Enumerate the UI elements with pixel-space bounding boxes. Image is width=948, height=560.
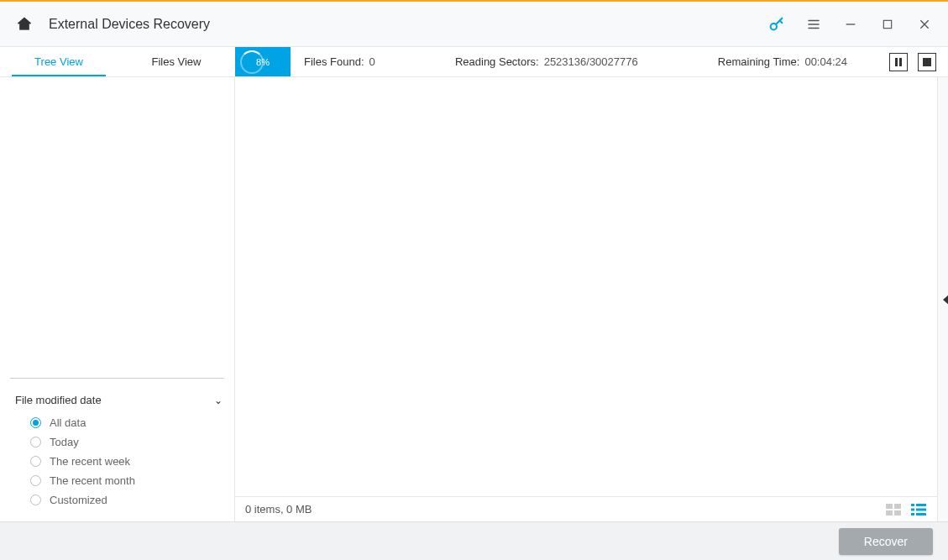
svg-rect-11 — [886, 504, 893, 509]
right-rail — [938, 77, 948, 521]
pause-button[interactable] — [889, 53, 908, 71]
svg-rect-5 — [883, 20, 891, 28]
svg-rect-16 — [916, 504, 926, 506]
radio-icon — [30, 437, 41, 447]
svg-rect-8 — [895, 58, 898, 66]
status-label: Reading Sectors: — [455, 55, 539, 68]
svg-rect-9 — [899, 58, 902, 66]
svg-rect-13 — [886, 510, 893, 516]
files-found-status: Files Found: 0 — [291, 47, 389, 76]
filter-radio-option[interactable]: Customized — [30, 494, 223, 506]
radio-label: The recent week — [50, 455, 130, 468]
filter-section: File modified date ⌄ All dataTodayThe re… — [0, 387, 234, 521]
grid-view-button[interactable] — [885, 503, 902, 516]
status-value: 00:04:24 — [804, 55, 847, 68]
filter-toggle[interactable]: File modified date ⌄ — [15, 394, 223, 413]
recover-button[interactable]: Recover — [839, 528, 933, 555]
radio-icon — [30, 475, 41, 486]
footer: Recover — [0, 521, 948, 560]
button-label: Recover — [864, 535, 908, 548]
chevron-down-icon: ⌄ — [214, 395, 223, 406]
tab-files-view[interactable]: Files View — [118, 47, 235, 76]
reading-sectors-status: Reading Sectors: 2523136/30027776 — [442, 47, 652, 76]
filter-radio-option[interactable]: All data — [30, 416, 223, 429]
status-value: 2523136/30027776 — [544, 55, 638, 68]
page-title: External Devices Recovery — [49, 17, 210, 32]
content-area: 0 items, 0 MB — [235, 77, 938, 521]
svg-rect-12 — [894, 504, 901, 509]
svg-rect-10 — [923, 58, 931, 66]
expand-panel-arrow-icon[interactable] — [943, 295, 948, 305]
radio-label: Today — [50, 436, 79, 448]
items-summary: 0 items, 0 MB — [245, 503, 312, 516]
maximize-icon[interactable] — [877, 14, 898, 34]
progress-percent: 8% — [256, 57, 270, 67]
svg-rect-15 — [911, 504, 914, 506]
svg-rect-19 — [911, 513, 914, 516]
tab-tree-view[interactable]: Tree View — [0, 47, 118, 76]
status-label: Remaining Time: — [718, 55, 800, 68]
radio-icon — [30, 495, 41, 505]
status-value: 0 — [369, 55, 375, 68]
close-icon[interactable] — [914, 14, 935, 34]
radio-label: All data — [50, 416, 86, 429]
radio-label: Customized — [50, 494, 107, 506]
key-icon[interactable] — [767, 14, 787, 34]
status-label: Files Found: — [304, 55, 364, 68]
svg-rect-20 — [916, 513, 926, 516]
sidebar: File modified date ⌄ All dataTodayThe re… — [0, 77, 235, 521]
menu-icon[interactable] — [804, 14, 824, 34]
filter-radio-option[interactable]: Today — [30, 436, 223, 448]
svg-rect-17 — [911, 508, 914, 510]
tab-label: Tree View — [34, 55, 83, 68]
radio-icon — [30, 417, 41, 428]
remaining-time-status: Remaining Time: 00:04:24 — [704, 47, 861, 76]
toolbar: Tree View Files View 8% Files Found: 0 R… — [0, 47, 948, 77]
radio-icon — [30, 456, 41, 467]
file-tree-area — [0, 77, 234, 378]
minimize-icon[interactable] — [841, 14, 861, 34]
titlebar: External Devices Recovery — [0, 2, 948, 47]
content-statusbar: 0 items, 0 MB — [235, 496, 937, 521]
filter-heading: File modified date — [15, 394, 102, 406]
file-list-area — [235, 77, 937, 496]
stop-button[interactable] — [918, 53, 936, 71]
list-view-button[interactable] — [910, 503, 927, 516]
tab-label: Files View — [151, 55, 201, 68]
scan-progress-badge: 8% — [235, 47, 291, 76]
filter-radio-option[interactable]: The recent month — [30, 474, 223, 487]
home-icon[interactable] — [15, 15, 34, 34]
radio-label: The recent month — [50, 474, 135, 487]
filter-radio-option[interactable]: The recent week — [30, 455, 223, 468]
svg-rect-14 — [894, 510, 901, 516]
svg-rect-18 — [916, 508, 926, 510]
